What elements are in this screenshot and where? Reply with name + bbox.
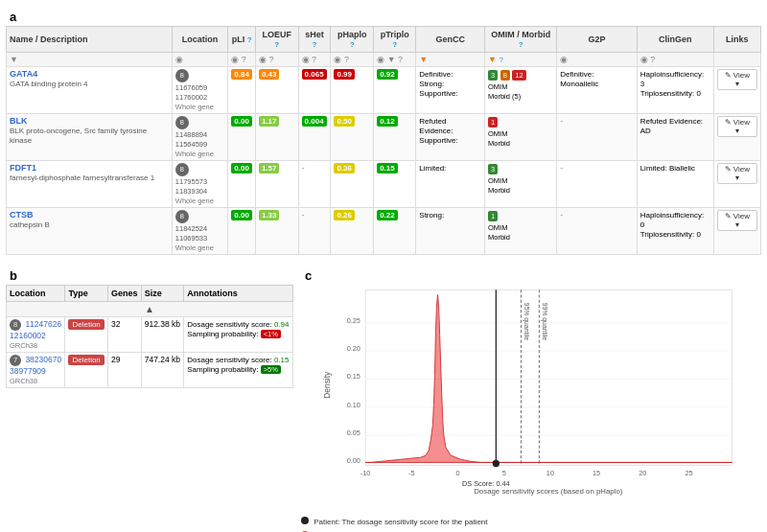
gencc-cell: Definitive:Strong:Supportive:	[416, 67, 485, 114]
filter-name: ▼	[7, 53, 173, 67]
g2p-cell: -	[557, 114, 637, 161]
col-g2p: G2P	[557, 27, 637, 53]
dosage-score-2: 0.15	[274, 356, 290, 364]
pli-score: 0.84	[231, 69, 252, 80]
col-gencc: GenCC	[416, 27, 485, 53]
loeuf-cell: 1.57	[255, 161, 298, 208]
deletion-badge: Deletion	[68, 319, 104, 330]
gene-ids: 1148889411564599	[175, 130, 207, 149]
pli-cell: 0.00	[228, 208, 256, 255]
chart-container: Density 0.00 0.05 0.10 0.15 0.20 0.25	[301, 285, 761, 515]
filter-phaplo: ◉ ?	[331, 53, 374, 67]
omim-cell: 3 OMIMMorbid	[485, 161, 557, 208]
gene-ids: 1184252411069533	[175, 224, 207, 243]
cnv-genes-cell-2: 29	[108, 353, 142, 388]
cnv-col-location: Location	[7, 286, 65, 302]
gene-link[interactable]: GATA4	[10, 69, 37, 79]
gene-link[interactable]: BLK	[10, 116, 28, 126]
g2p-cell: -	[557, 161, 637, 208]
filter-ptriplo: ◉ ▼ ?	[374, 53, 416, 67]
ptriplo-score: 0.15	[377, 163, 398, 173]
svg-text:Density: Density	[322, 371, 332, 399]
clingen-cell: Limited: Biallelic	[637, 161, 713, 208]
cnv-size-cell-2: 747.24 kb	[141, 353, 184, 388]
pli-score: 0.00	[231, 116, 252, 127]
svg-text:0.00: 0.00	[347, 456, 360, 465]
view-button[interactable]: ✎ View ▾	[717, 116, 757, 137]
cnv-row-1: 8 1124762612160002 GRCh38 Deletion 32 91…	[7, 317, 293, 353]
gene-desc: GATA binding protein 4	[10, 80, 88, 88]
links-cell: ✎ View ▾	[713, 208, 760, 255]
clingen-cell: Haploinsufficiency: 0Triplosensitivity: …	[637, 208, 713, 255]
g2p-cell: -	[557, 208, 637, 255]
panel-a: a Name / Description Location pLI ? LOEU…	[0, 0, 767, 259]
svg-text:15: 15	[593, 469, 600, 477]
table-row: BLK BLK proto-oncogene, Src family tyros…	[7, 114, 761, 161]
pli-score: 0.00	[231, 163, 252, 173]
col-ptriplo: pTriplo ?	[374, 27, 416, 53]
phaplo-score: 0.36	[334, 163, 355, 173]
deletion-badge: Deletion	[68, 355, 104, 365]
loeuf-score: 0.43	[259, 69, 280, 80]
cnv-col-genes: Genes	[108, 286, 142, 302]
sort-arrow[interactable]: ▲	[145, 304, 154, 314]
loeuf-score: 1.17	[259, 116, 280, 127]
sampling-val-1: <1%	[261, 330, 281, 338]
clingen-cell: Haploinsufficiency: 3Triplosensitivity: …	[637, 67, 713, 114]
gene-link[interactable]: FDFT1	[10, 163, 36, 173]
phaplo-score: 0.26	[334, 210, 355, 220]
filter-shet: ◉ ?	[298, 53, 331, 67]
dosage-score-1: 0.94	[274, 320, 290, 329]
ptriplo-score: 0.92	[377, 69, 398, 80]
omim-badge-2: 8	[500, 70, 510, 81]
col-omim: OMIM / Morbid ?	[485, 27, 557, 53]
density-chart: Density 0.00 0.05 0.10 0.15 0.20 0.25	[301, 285, 761, 496]
links-cell: ✎ View ▾	[713, 161, 760, 208]
gene-name-cell: GATA4 GATA binding protein 4	[7, 67, 173, 114]
svg-text:0: 0	[455, 469, 459, 477]
view-button[interactable]: ✎ View ▾	[717, 163, 757, 184]
gene-name-cell: CTSB cathepsin B	[7, 208, 173, 255]
gene-link[interactable]: CTSB	[10, 210, 34, 220]
svg-text:25: 25	[685, 469, 692, 477]
filter-gencc: ▼	[416, 53, 485, 67]
svg-text:0.15: 0.15	[347, 372, 360, 381]
ptriplo-cell: 0.15	[374, 161, 416, 208]
cnv-type-cell-2: Deletion	[65, 353, 108, 388]
location-cell: 8 1167605911760002 Whole gene	[172, 67, 228, 114]
view-button[interactable]: ✎ View ▾	[717, 210, 757, 231]
cnv-type-cell-1: Deletion	[65, 317, 108, 353]
table-row: GATA4 GATA binding protein 4 8 116760591…	[7, 67, 761, 114]
gene-desc: BLK proto-oncogene, Src family tyrosine …	[10, 127, 147, 145]
loeuf-cell: 1.17	[255, 114, 298, 161]
phaplo-cell: 0.26	[331, 208, 374, 255]
chrom-badge: 8	[175, 210, 189, 223]
svg-text:0.10: 0.10	[347, 401, 360, 409]
location-cell: 8 1184252411069533 Whole gene	[172, 208, 228, 255]
col-clingen: ClinGen	[637, 27, 713, 53]
cnv-location-cell-1: 8 1124762612160002 GRCh38	[7, 317, 65, 353]
gene-ids: 1167605911760002	[175, 83, 207, 102]
gene-table: Name / Description Location pLI ? LOEUF …	[6, 26, 761, 255]
section-b-label: b	[10, 268, 290, 283]
ptriplo-cell: 0.12	[374, 114, 416, 161]
table-row: FDFT1 farnesyl-diphosphate farnesyltrans…	[7, 161, 761, 208]
view-button[interactable]: ✎ View ▾	[717, 69, 757, 90]
location-cell: 8 1179557311839304 Whole gene	[172, 161, 228, 208]
filter-clingen: ◉ ?	[637, 53, 713, 67]
gene-desc: cathepsin B	[10, 220, 50, 229]
cnv-size-cell-1: 912.38 kb	[141, 317, 184, 353]
col-shet: sHet ?	[298, 27, 331, 53]
omim-cell: 1 OMIMMorbid	[485, 114, 557, 161]
col-location: Location	[172, 27, 228, 53]
section-c-label: c	[305, 268, 757, 283]
svg-text:95% quantile: 95% quantile	[523, 303, 530, 341]
svg-text:0.25: 0.25	[347, 316, 360, 325]
omim-badge-1: 1	[488, 211, 498, 221]
ptriplo-cell: 0.92	[374, 67, 416, 114]
shet-score: 0.065	[302, 69, 327, 80]
loeuf-score: 1.33	[259, 210, 280, 220]
filter-location: ◉	[172, 53, 228, 67]
chrom-badge: 8	[175, 116, 189, 129]
pli-score: 0.00	[231, 210, 252, 220]
